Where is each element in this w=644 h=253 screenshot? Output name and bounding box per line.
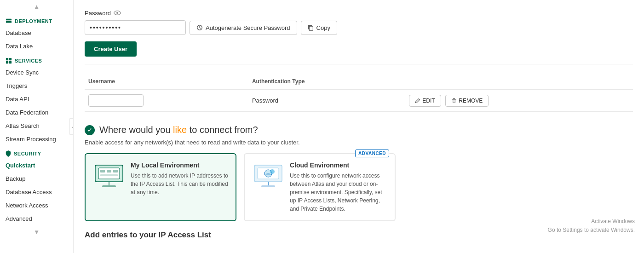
- svg-rect-2: [6, 58, 8, 60]
- cloud-env-card[interactable]: ADVANCED Cloud: [244, 153, 396, 221]
- sidebar-item-device-sync[interactable]: Device Sync: [0, 66, 73, 79]
- env-cards: My Local Environment Use this to add net…: [85, 153, 633, 221]
- deployment-icon: [6, 18, 12, 24]
- cloud-env-card-content: Cloud Environment Use this to configure …: [252, 161, 387, 213]
- autogenerate-button[interactable]: Autogenerate Secure Password: [190, 21, 297, 35]
- cloud-env-card-text: Cloud Environment Use this to configure …: [290, 161, 387, 213]
- connect-section: ✓ Where would you like to connect from? …: [85, 125, 633, 221]
- sidebar-item-network-access[interactable]: Network Access: [0, 199, 73, 212]
- deployment-section-header: DEPLOYMENT: [0, 13, 73, 26]
- sidebar-item-database-access[interactable]: Database Access: [0, 185, 73, 199]
- connect-subtitle: Enable access for any network(s) that ne…: [85, 139, 633, 146]
- svg-rect-14: [113, 170, 118, 172]
- svg-rect-3: [9, 58, 12, 60]
- services-icon: [6, 58, 12, 64]
- scroll-down-button[interactable]: ▼: [0, 227, 73, 237]
- sidebar-item-triggers[interactable]: Triggers: [0, 79, 73, 92]
- svg-rect-0: [6, 19, 12, 21]
- sidebar-item-data-federation[interactable]: Data Federation: [0, 106, 73, 119]
- connect-title: ✓ Where would you like to connect from?: [85, 125, 633, 135]
- advanced-badge: ADVANCED: [355, 150, 389, 157]
- edit-icon: [415, 98, 420, 104]
- sidebar-item-quickstart[interactable]: Quickstart: [0, 159, 73, 172]
- password-label: Password: [85, 9, 633, 17]
- password-section: Password Autogenerate Secure Password: [85, 0, 633, 64]
- password-input[interactable]: [85, 20, 186, 35]
- table-row: Password EDIT REMOVE: [85, 90, 633, 112]
- col-auth-type: Authentication Type: [248, 74, 405, 90]
- actions-cell: EDIT REMOVE: [405, 90, 633, 112]
- local-env-card-text: My Local Environment Use this to add net…: [131, 161, 228, 196]
- sidebar-item-stream-processing[interactable]: Stream Processing: [0, 132, 73, 146]
- windows-watermark: Activate Windows Go to Settings to activ…: [548, 217, 635, 235]
- svg-rect-12: [100, 170, 105, 172]
- svg-rect-9: [309, 26, 313, 30]
- password-row: Autogenerate Secure Password Copy: [85, 20, 633, 35]
- sidebar-item-data-lake[interactable]: Data Lake: [0, 40, 73, 53]
- sidebar-scroll-bottom: ▼: [0, 225, 73, 239]
- local-env-illustration: [93, 161, 125, 189]
- user-table-container: Username Authentication Type Password: [85, 74, 633, 112]
- user-table: Username Authentication Type Password: [85, 74, 633, 112]
- eye-icon: [114, 9, 121, 17]
- sidebar: ▲ DEPLOYMENT Database Data Lake SERVICES…: [0, 0, 74, 253]
- sidebar-item-atlas-search[interactable]: Atlas Search: [0, 119, 73, 132]
- security-icon: [6, 150, 11, 157]
- trash-icon: [451, 98, 457, 104]
- create-user-button[interactable]: Create User: [85, 41, 137, 57]
- services-section-header: SERVICES: [0, 53, 73, 66]
- svg-rect-4: [6, 61, 8, 63]
- sidebar-collapse-button[interactable]: ◀: [69, 118, 74, 135]
- main-content: Password Autogenerate Secure Password: [74, 0, 644, 253]
- sidebar-item-backup[interactable]: Backup: [0, 172, 73, 185]
- svg-point-7: [116, 12, 118, 14]
- security-section-header: SECURITY: [0, 146, 73, 159]
- sidebar-item-data-api[interactable]: Data API: [0, 92, 73, 106]
- col-username: Username: [85, 74, 248, 90]
- local-env-card[interactable]: My Local Environment Use this to add net…: [85, 153, 236, 221]
- copy-button[interactable]: Copy: [301, 21, 337, 35]
- svg-rect-17: [102, 185, 116, 187]
- local-env-card-content: My Local Environment Use this to add net…: [93, 161, 228, 196]
- svg-rect-11: [98, 168, 120, 179]
- scroll-up-button[interactable]: ▲: [0, 2, 73, 12]
- auth-type-cell: Password: [248, 90, 405, 112]
- local-env-svg: [93, 161, 125, 189]
- autogenerate-icon: [196, 24, 203, 31]
- svg-rect-1: [6, 21, 12, 23]
- check-circle-icon: ✓: [85, 125, 95, 135]
- svg-rect-13: [107, 170, 111, 172]
- svg-rect-5: [9, 61, 12, 63]
- cloud-env-svg: [252, 161, 284, 189]
- username-cell: [85, 90, 248, 112]
- col-actions: [405, 74, 633, 90]
- sidebar-item-advanced[interactable]: Advanced: [0, 212, 73, 225]
- cloud-env-illustration: [252, 161, 284, 189]
- svg-point-21: [270, 169, 275, 174]
- sidebar-item-database[interactable]: Database: [0, 26, 73, 40]
- copy-icon: [308, 25, 314, 31]
- username-input[interactable]: [88, 94, 144, 107]
- remove-button[interactable]: REMOVE: [445, 95, 489, 107]
- connect-title-text: Where would you like to connect from?: [99, 125, 258, 135]
- svg-rect-15: [100, 174, 118, 176]
- edit-button[interactable]: EDIT: [409, 95, 441, 107]
- svg-rect-23: [261, 185, 275, 187]
- sidebar-scroll-top: ▲: [0, 0, 73, 13]
